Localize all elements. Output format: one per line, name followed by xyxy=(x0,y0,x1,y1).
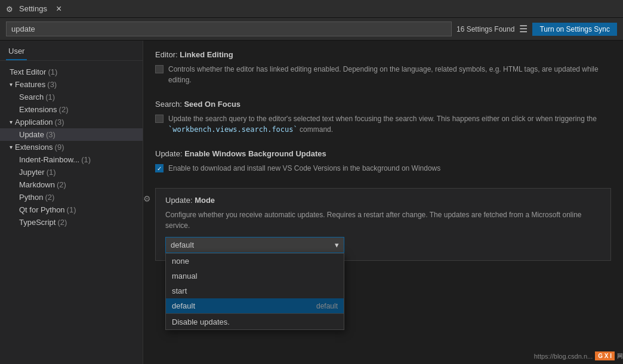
title-bar: ⚙ Settings × xyxy=(0,0,623,18)
setting-bg-updates: Update: Enable Windows Background Update… xyxy=(155,149,611,174)
sidebar-count: (2) xyxy=(57,180,66,189)
sidebar-count: (3) xyxy=(47,80,57,89)
close-button[interactable]: × xyxy=(53,3,64,15)
sidebar-count: (1) xyxy=(81,155,91,164)
setting-body: Enable to download and install new VS Co… xyxy=(155,163,611,174)
setting-title: Update: Mode xyxy=(165,196,601,205)
sidebar-item-jupyter[interactable]: Jupyter (1) xyxy=(0,166,143,178)
main-layout: User Text Editor (1) ▾ Features (3) Sear… xyxy=(0,41,623,364)
results-count: 16 Settings Found xyxy=(457,25,514,33)
dropdown-item-label: start xyxy=(172,286,187,295)
sidebar-item-markdown[interactable]: Markdown (2) xyxy=(0,178,143,191)
search-bar: 16 Settings Found ☰ Turn on Settings Syn… xyxy=(0,18,623,41)
sidebar-item-extensions-feat[interactable]: Extensions (2) xyxy=(0,103,143,116)
dropdown-item-label: Disable updates. xyxy=(172,317,230,326)
sidebar-count: (2) xyxy=(59,105,69,114)
tab-user[interactable]: User xyxy=(6,43,27,60)
sidebar-item-features[interactable]: ▾ Features (3) xyxy=(0,78,143,91)
sidebar-item-label: Jupyter xyxy=(19,168,45,177)
setting-title: Search: Seed On Focus xyxy=(155,100,611,109)
sync-button[interactable]: Turn on Settings Sync xyxy=(532,23,617,36)
sidebar-count: (9) xyxy=(55,143,64,152)
dropdown-item-label: manual xyxy=(172,272,198,280)
sidebar-item-label: Search xyxy=(19,92,44,101)
dropdown-arrow-icon: ▾ xyxy=(335,240,339,249)
update-mode-dropdown[interactable]: default ▾ xyxy=(165,237,344,253)
dropdown-menu: none manual start default default xyxy=(165,253,344,330)
sidebar-count: (3) xyxy=(55,118,64,127)
dropdown-item-label: default xyxy=(172,301,195,310)
linked-editing-checkbox[interactable] xyxy=(155,65,164,73)
sidebar-item-label: Extensions xyxy=(15,143,53,152)
setting-title-value: Seed On Focus xyxy=(184,100,240,109)
dropdown-container: default ▾ none manual start xyxy=(165,237,601,253)
dropdown-item-default[interactable]: default default xyxy=(166,298,344,313)
setting-title-value: Mode xyxy=(195,196,215,205)
dropdown-item-label: none xyxy=(172,257,189,266)
sidebar-count: (1) xyxy=(45,92,55,101)
setting-description: Controls whether the editor has linked e… xyxy=(168,64,611,85)
sidebar-item-update[interactable]: Update (3) xyxy=(0,128,143,141)
default-indicator: default xyxy=(316,302,338,310)
dropdown-item-start[interactable]: start xyxy=(166,283,344,298)
watermark-url: https://blog.csdn.n... xyxy=(534,353,593,360)
sidebar-item-application[interactable]: ▾ Application (3) xyxy=(0,116,143,128)
setting-title-key: Search: xyxy=(155,100,184,109)
sidebar-count: (1) xyxy=(48,67,57,76)
content-area: Editor: Linked Editing Controls whether … xyxy=(143,41,623,364)
watermark: https://blog.csdn.n... G X I 网 xyxy=(534,351,623,360)
gear-icon[interactable]: ⚙ xyxy=(143,194,151,203)
sidebar-item-typescript[interactable]: TypeScript (2) xyxy=(0,216,143,229)
sidebar-item-label: Application xyxy=(15,118,53,127)
setting-title: Update: Enable Windows Background Update… xyxy=(155,149,611,158)
setting-title: Editor: Linked Editing xyxy=(155,50,611,59)
watermark-logo: G X I xyxy=(595,351,615,360)
setting-title-key: Update: xyxy=(165,196,195,205)
sidebar-item-extensions[interactable]: ▾ Extensions (9) xyxy=(0,141,143,153)
sidebar-count: (1) xyxy=(67,205,76,214)
sidebar-item-text-editor[interactable]: Text Editor (1) xyxy=(0,66,143,78)
dropdown-item-disable[interactable]: Disable updates. xyxy=(166,313,344,329)
sidebar-count: (2) xyxy=(57,218,67,227)
setting-body: Update the search query to the editor's … xyxy=(155,113,611,135)
settings-icon: ⚙ xyxy=(6,5,14,13)
sidebar-count: (1) xyxy=(47,168,56,177)
dropdown-item-none[interactable]: none xyxy=(166,254,344,269)
bg-updates-checkbox[interactable] xyxy=(155,164,164,172)
filter-icon[interactable]: ☰ xyxy=(519,23,528,35)
sidebar-count: (3) xyxy=(46,130,55,139)
sidebar-item-label: TypeScript xyxy=(19,218,55,227)
sidebar: User Text Editor (1) ▾ Features (3) Sear… xyxy=(0,41,143,364)
sidebar-item-indent-rainbow[interactable]: Indent-Rainbow... (1) xyxy=(0,153,143,166)
setting-title-key: Update: xyxy=(155,149,184,158)
sidebar-item-search[interactable]: Search (1) xyxy=(0,91,143,103)
setting-description: Enable to download and install new VS Co… xyxy=(168,163,440,174)
setting-description: Configure whether you receive automatic … xyxy=(165,209,601,231)
sidebar-item-label: Features xyxy=(15,80,45,89)
setting-body: Controls whether the editor has linked e… xyxy=(155,64,611,85)
sidebar-item-label: Indent-Rainbow... xyxy=(19,155,79,164)
setting-seed-on-focus: Search: Seed On Focus Update the search … xyxy=(155,100,611,135)
setting-linked-editing: Editor: Linked Editing Controls whether … xyxy=(155,50,611,85)
expand-icon: ▾ xyxy=(10,144,13,150)
sidebar-item-label: Markdown xyxy=(19,180,55,189)
sidebar-tabs: User xyxy=(0,43,143,61)
setting-title-value: Enable Windows Background Updates xyxy=(184,149,326,158)
sidebar-item-label: Qt for Python xyxy=(19,205,65,214)
setting-update-mode-wrapper: ⚙ Update: Mode Configure whether you rec… xyxy=(155,188,611,261)
expand-icon: ▾ xyxy=(10,81,13,88)
setting-description: Update the search query to the editor's … xyxy=(168,113,611,135)
seed-on-focus-checkbox[interactable] xyxy=(155,115,164,123)
search-input[interactable] xyxy=(6,21,452,36)
setting-title-key: Editor: xyxy=(155,50,180,59)
sidebar-item-python[interactable]: Python (2) xyxy=(0,191,143,203)
sidebar-item-label: Update xyxy=(19,130,44,139)
expand-icon: ▾ xyxy=(10,119,13,125)
sidebar-item-label: Extensions xyxy=(19,105,57,114)
setting-update-mode: Update: Mode Configure whether you recei… xyxy=(155,188,611,261)
dropdown-item-manual[interactable]: manual xyxy=(166,269,344,283)
watermark-site: 网 xyxy=(617,352,623,360)
sidebar-item-qt-for-python[interactable]: Qt for Python (1) xyxy=(0,203,143,216)
dropdown-value: default xyxy=(171,240,194,249)
sidebar-item-label: Python xyxy=(19,193,43,202)
